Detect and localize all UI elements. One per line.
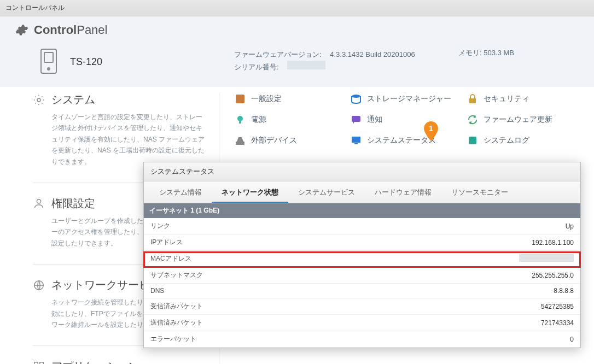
device-column: TS-120	[37, 48, 234, 76]
lock-icon	[467, 93, 478, 104]
mac-value-redacted	[519, 254, 574, 262]
system-grid: 一般設定 ストレージマネージャー セキュリティ 電源 通知 ファームウェア更新 …	[235, 93, 579, 146]
section-title: アプリケーション	[51, 359, 139, 364]
svg-point-13	[237, 116, 243, 121]
firmware-label: ファームウェアバージョン:	[234, 48, 322, 61]
window-title: コントロールパネル	[5, 4, 65, 11]
memory-value: 503.3 MB	[484, 49, 514, 57]
chat-icon	[351, 114, 362, 125]
svg-point-2	[48, 68, 50, 70]
network-interface-header: イーサネット 1 (1 GbE)	[144, 203, 580, 218]
item-security[interactable]: セキュリティ	[467, 93, 579, 104]
item-storage-manager[interactable]: ストレージマネージャー	[351, 93, 462, 104]
device-name: TS-120	[70, 56, 102, 68]
grid-icon	[33, 361, 45, 364]
header: ControlPanel TS-120 ファームウェアバージョン: 4.3.3.…	[0, 16, 594, 87]
item-system-log[interactable]: システムログ	[467, 135, 579, 146]
info-row: TS-120 ファームウェアバージョン: 4.3.3.1432 Build 20…	[15, 43, 579, 87]
bulb-icon	[235, 114, 246, 125]
svg-rect-19	[469, 137, 476, 144]
tab-system-info[interactable]: システム情報	[149, 183, 212, 203]
row-subnet-mask: サブネットマスク255.255.255.0	[144, 267, 580, 284]
tab-hardware-info[interactable]: ハードウェア情報	[365, 183, 441, 203]
row-ip-address: IPアドレス192.168.1.100	[144, 234, 580, 251]
dialog-title[interactable]: システムステータス	[144, 162, 580, 181]
monitor-icon	[351, 135, 362, 146]
row-sent-packets: 送信済みパケット721743334	[144, 315, 580, 331]
item-notification[interactable]: 通知	[351, 114, 462, 125]
item-system-status[interactable]: システムステータス	[351, 135, 462, 146]
row-link: リンクUp	[144, 218, 580, 234]
tab-system-service[interactable]: システムサービス	[288, 183, 365, 203]
row-mac-address: MACアドレス	[144, 251, 580, 267]
svg-rect-18	[354, 143, 358, 144]
system-status-dialog: システムステータス システム情報 ネットワーク状態 システムサービス ハードウェ…	[143, 162, 581, 348]
firmware-value: 4.3.3.1432 Build 20201006	[330, 48, 415, 61]
globe-icon	[33, 279, 45, 291]
svg-rect-14	[239, 121, 241, 124]
svg-point-4	[37, 199, 40, 203]
svg-point-3	[37, 98, 40, 102]
memory-label: メモリ:	[458, 49, 482, 57]
svg-rect-15	[352, 116, 360, 122]
update-icon	[467, 114, 478, 125]
user-icon	[33, 197, 45, 209]
svg-rect-16	[236, 142, 244, 145]
section-title: システム	[51, 92, 95, 107]
memory-column: メモリ: 503.3 MB	[458, 48, 579, 58]
serial-value-redacted	[287, 61, 325, 69]
item-general-settings[interactable]: 一般設定	[235, 93, 346, 104]
tab-resource-monitor[interactable]: リソースモニター	[441, 183, 518, 203]
app-title-row: ControlPanel	[15, 23, 579, 37]
svg-rect-17	[352, 137, 360, 143]
svg-rect-12	[469, 98, 476, 103]
tab-network-status[interactable]: ネットワーク状態	[212, 183, 288, 203]
item-external-devices[interactable]: 外部デバイス	[235, 135, 346, 146]
svg-rect-1	[44, 52, 53, 62]
section-desc: タイムゾーンと言語の設定を変更したり、ストレージ領域と外付けデバイスを管理したり…	[33, 111, 208, 167]
network-table: リンクUp IPアドレス192.168.1.100 MACアドレス サブネットマ…	[144, 218, 580, 348]
dialog-tabs: システム情報 ネットワーク状態 システムサービス ハードウェア情報 リソースモニ…	[144, 181, 580, 203]
nas-device-icon	[37, 48, 60, 76]
storage-icon	[351, 93, 362, 104]
drive-icon	[235, 135, 246, 146]
row-received-packets: 受信済みパケット542725385	[144, 298, 580, 315]
item-power[interactable]: 電源	[235, 114, 346, 125]
svg-rect-6	[34, 362, 38, 364]
window-titlebar: コントロールパネル	[0, 0, 594, 16]
app-title: ControlPanel	[34, 23, 107, 37]
svg-rect-10	[236, 95, 244, 103]
firmware-column: ファームウェアバージョン: 4.3.3.1432 Build 20201006 …	[234, 48, 458, 74]
serial-label: シリアル番号:	[234, 61, 279, 73]
gear-outline-icon	[33, 94, 45, 106]
row-error-packets: エラーパケット0	[144, 331, 580, 348]
settings-icon	[235, 93, 246, 104]
item-firmware-update[interactable]: ファームウェア更新	[467, 114, 579, 125]
row-dns: DNS8.8.8.8	[144, 284, 580, 298]
svg-rect-7	[40, 362, 43, 364]
gear-icon	[15, 24, 28, 37]
section-apps[interactable]: アプリケーション Web サーバーと SQL サーバーを管理します。	[33, 359, 208, 364]
section-title: 権限設定	[51, 196, 95, 211]
svg-point-11	[352, 95, 360, 98]
log-icon	[467, 135, 478, 146]
